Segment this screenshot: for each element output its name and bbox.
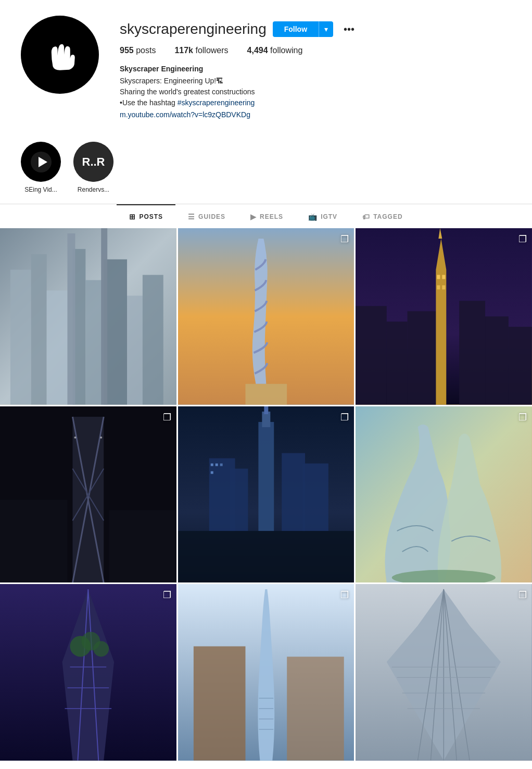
profile-bio: Skyscraper Engineering Skyscrapers: Engi… (120, 64, 511, 121)
svg-rect-51 (210, 471, 213, 474)
highlights-section: SEing Vid... R..R Rendervs... (0, 131, 532, 199)
svg-rect-28 (442, 286, 446, 290)
follow-button-group: Follow ▾ (273, 21, 333, 37)
multi-post-icon: ❐ (163, 589, 171, 601)
svg-rect-27 (437, 286, 440, 290)
reels-icon: ▶ (250, 213, 257, 221)
svg-rect-50 (220, 463, 222, 466)
svg-rect-21 (408, 311, 436, 404)
svg-rect-36 (109, 510, 176, 582)
svg-rect-43 (264, 406, 268, 414)
grid-icon: ⊞ (129, 213, 136, 221)
svg-rect-7 (31, 254, 47, 405)
bio-hashtag-link[interactable]: #skyscraperengineering (178, 98, 255, 107)
svg-rect-49 (215, 463, 218, 466)
multi-post-icon: ❐ (340, 589, 349, 601)
svg-rect-10 (85, 280, 104, 405)
svg-rect-46 (282, 453, 305, 530)
svg-rect-63 (194, 647, 246, 761)
tab-igtv-label: IGTV (321, 213, 337, 220)
svg-rect-14 (67, 233, 75, 405)
highlight-circle (21, 142, 61, 182)
svg-rect-48 (210, 463, 213, 466)
post-cell[interactable]: ❐ (0, 406, 176, 583)
following-stat[interactable]: 4,494 following (247, 46, 303, 55)
tagged-icon: 🏷 (362, 213, 370, 221)
tab-reels[interactable]: ▶ REELS (238, 204, 296, 228)
multi-post-icon: ❐ (340, 412, 349, 423)
svg-rect-20 (387, 321, 408, 404)
svg-rect-45 (230, 468, 248, 531)
post-cell[interactable]: ❐ (356, 584, 532, 761)
bio-line3: •Use the hashtag #skyscraperengineering (120, 97, 511, 108)
svg-rect-41 (258, 422, 274, 531)
post-cell[interactable]: ❐ (178, 228, 354, 405)
post-cell[interactable] (0, 228, 176, 405)
svg-rect-25 (437, 275, 440, 279)
bio-name: Skyscraper Engineering (120, 64, 511, 75)
profile-info: skyscraperengineering Follow ▾ ••• 955 p… (120, 16, 511, 121)
bio-url-link[interactable]: m.youtube.com/watch?v=lc9zQBDVKDg (120, 110, 250, 119)
highlight-label: SEing Vid... (24, 186, 57, 193)
svg-point-37 (74, 436, 76, 438)
post-cell[interactable]: ❐ (0, 584, 176, 761)
svg-point-38 (100, 436, 102, 438)
multi-post-icon: ❐ (518, 233, 527, 245)
highlight-item[interactable]: R..R Rendervs... (73, 142, 113, 193)
svg-rect-19 (356, 306, 387, 404)
svg-rect-17 (245, 384, 287, 405)
highlight-circle: R..R (73, 142, 113, 182)
profile-top-row: skyscraperengineering Follow ▾ ••• (120, 21, 511, 38)
posts-grid: ❐ (0, 228, 532, 761)
svg-rect-24 (509, 327, 532, 404)
tab-guides-label: GUIDES (198, 213, 225, 220)
svg-text:R..R: R..R (82, 155, 105, 168)
tab-reels-label: REELS (260, 213, 283, 220)
svg-rect-26 (442, 275, 446, 279)
svg-rect-35 (0, 500, 67, 582)
profile-username: skyscraperengineering (120, 21, 267, 38)
svg-rect-64 (287, 657, 344, 761)
highlight-item[interactable]: SEing Vid... (21, 142, 61, 193)
followers-stat[interactable]: 117k followers (174, 46, 228, 55)
tab-tagged-label: TAGGED (373, 213, 402, 220)
svg-rect-47 (302, 463, 328, 530)
guides-icon: ☰ (188, 213, 195, 221)
svg-rect-23 (485, 316, 509, 404)
post-cell[interactable]: ❐ (356, 228, 532, 405)
svg-rect-13 (143, 275, 163, 405)
svg-rect-40 (178, 531, 354, 583)
svg-rect-22 (460, 301, 486, 404)
profile-header: skyscraperengineering Follow ▾ ••• 955 p… (0, 0, 532, 131)
follow-button[interactable]: Follow (273, 21, 319, 37)
bio-line2: Sharing the world's greatest constructio… (120, 86, 511, 97)
post-cell[interactable]: ❐ (178, 584, 354, 761)
post-cell[interactable]: ❐ (356, 406, 532, 583)
profile-stats: 955 posts 117k followers 4,494 following (120, 46, 511, 55)
avatar (21, 16, 99, 94)
svg-rect-12 (127, 295, 143, 404)
tab-guides[interactable]: ☰ GUIDES (175, 204, 238, 228)
multi-post-icon: ❐ (163, 412, 171, 423)
svg-rect-6 (10, 270, 31, 405)
tab-posts-label: POSTS (139, 213, 163, 220)
tab-igtv[interactable]: 📺 IGTV (296, 204, 350, 228)
svg-point-57 (93, 641, 109, 657)
bio-line1: Skyscrapers: Engineering Up!🏗 (120, 76, 511, 86)
multi-post-icon: ❐ (518, 412, 527, 423)
more-options-button[interactable]: ••• (339, 21, 359, 38)
multi-post-icon: ❐ (340, 233, 349, 245)
tab-posts[interactable]: ⊞ POSTS (117, 204, 175, 228)
follow-dropdown-button[interactable]: ▾ (319, 21, 333, 37)
tabs-section: ⊞ POSTS ☰ GUIDES ▶ REELS 📺 IGTV 🏷 TAGGED (0, 204, 532, 228)
tab-tagged[interactable]: 🏷 TAGGED (350, 204, 415, 228)
svg-rect-15 (101, 228, 107, 405)
multi-post-icon: ❐ (518, 589, 527, 601)
posts-stat: 955 posts (120, 46, 156, 55)
post-cell[interactable]: ❐ (178, 406, 354, 583)
igtv-icon: 📺 (308, 213, 318, 221)
highlight-label: Rendervs... (78, 186, 109, 193)
